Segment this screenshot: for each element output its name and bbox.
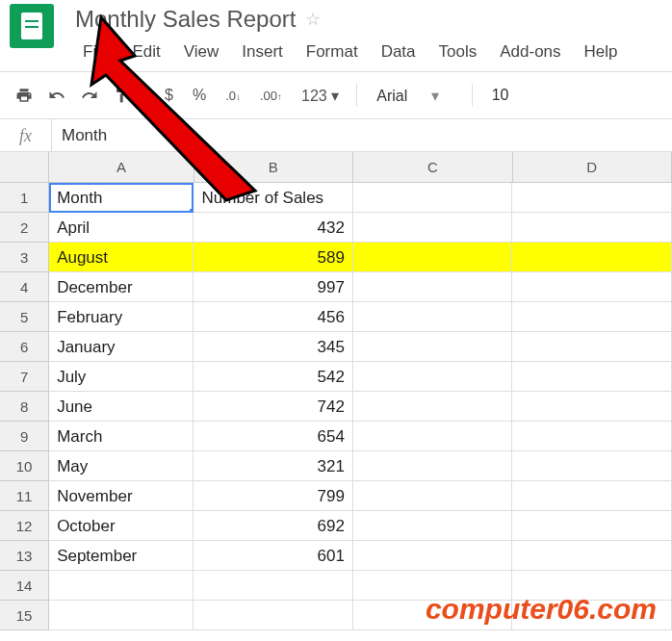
cell[interactable]: December bbox=[49, 272, 194, 302]
cell[interactable] bbox=[512, 451, 672, 481]
cell[interactable] bbox=[353, 183, 513, 213]
row-header[interactable]: 4 bbox=[0, 272, 49, 302]
cell[interactable] bbox=[194, 601, 353, 630]
cell[interactable]: June bbox=[49, 392, 194, 422]
cell[interactable] bbox=[194, 571, 353, 601]
document-title[interactable]: Monthly Sales Report bbox=[71, 4, 299, 35]
row-header[interactable]: 8 bbox=[0, 392, 49, 422]
font-size-select[interactable]: 10 bbox=[482, 87, 521, 104]
cell[interactable]: 589 bbox=[194, 243, 353, 272]
cell[interactable] bbox=[353, 481, 513, 511]
menu-format[interactable]: Format bbox=[295, 38, 370, 65]
column-header-a[interactable]: A bbox=[49, 152, 194, 183]
row-header[interactable]: 1 bbox=[0, 183, 49, 213]
more-formats-button[interactable]: 123 ▾ bbox=[294, 87, 347, 105]
undo-icon[interactable] bbox=[42, 81, 71, 110]
cell[interactable] bbox=[353, 302, 513, 332]
row-header[interactable]: 7 bbox=[0, 362, 49, 392]
cell[interactable]: 742 bbox=[194, 392, 353, 422]
cell[interactable] bbox=[353, 213, 513, 243]
cell[interactable] bbox=[353, 422, 513, 451]
menu-tools[interactable]: Tools bbox=[427, 38, 489, 65]
increase-decimal-button[interactable]: .00↑ bbox=[252, 89, 290, 103]
cell[interactable] bbox=[512, 272, 672, 302]
row-header[interactable]: 15 bbox=[0, 601, 49, 630]
menu-addons[interactable]: Add-ons bbox=[488, 38, 572, 65]
cell[interactable]: February bbox=[49, 302, 194, 332]
percent-button[interactable]: % bbox=[185, 87, 214, 104]
cell[interactable]: Month bbox=[49, 183, 194, 213]
print-icon[interactable] bbox=[10, 81, 39, 110]
row-header[interactable]: 12 bbox=[0, 511, 49, 541]
menu-file[interactable]: File bbox=[71, 38, 120, 65]
cell[interactable] bbox=[353, 243, 513, 272]
cell[interactable]: 601 bbox=[194, 541, 353, 571]
cell[interactable]: 997 bbox=[194, 272, 353, 302]
cell[interactable] bbox=[512, 213, 672, 243]
menu-edit[interactable]: Edit bbox=[120, 38, 171, 65]
redo-icon[interactable] bbox=[75, 81, 104, 110]
cell[interactable]: November bbox=[49, 481, 194, 511]
paint-format-icon[interactable] bbox=[108, 81, 137, 110]
currency-button[interactable]: $ bbox=[157, 87, 181, 104]
cell[interactable] bbox=[512, 392, 672, 422]
cell[interactable]: March bbox=[49, 422, 194, 451]
cell[interactable]: September bbox=[49, 541, 194, 571]
cell[interactable]: May bbox=[49, 451, 194, 481]
column-header-d[interactable]: D bbox=[513, 152, 672, 183]
row-header[interactable]: 9 bbox=[0, 422, 49, 451]
row-header[interactable]: 11 bbox=[0, 481, 49, 511]
cell[interactable] bbox=[353, 392, 513, 422]
cell[interactable]: 654 bbox=[194, 422, 353, 451]
menu-insert[interactable]: Insert bbox=[230, 38, 295, 65]
cell[interactable]: January bbox=[49, 332, 194, 362]
cell[interactable] bbox=[512, 332, 672, 362]
sheets-logo[interactable] bbox=[10, 4, 54, 48]
cell[interactable] bbox=[353, 362, 513, 392]
menu-view[interactable]: View bbox=[172, 38, 231, 65]
column-header-c[interactable]: C bbox=[353, 152, 512, 183]
row-header[interactable]: 6 bbox=[0, 332, 49, 362]
cell[interactable] bbox=[512, 511, 672, 541]
cell[interactable]: August bbox=[49, 243, 194, 272]
menu-data[interactable]: Data bbox=[370, 38, 427, 65]
cell[interactable]: 692 bbox=[194, 511, 353, 541]
formula-input[interactable] bbox=[52, 126, 672, 145]
row-header[interactable]: 2 bbox=[0, 213, 49, 243]
cell[interactable] bbox=[512, 362, 672, 392]
cell[interactable] bbox=[49, 571, 194, 601]
row-header[interactable]: 5 bbox=[0, 302, 49, 332]
cell[interactable] bbox=[512, 243, 672, 272]
cell[interactable] bbox=[512, 481, 672, 511]
row-header[interactable]: 13 bbox=[0, 541, 49, 571]
decrease-decimal-button[interactable]: .0↓ bbox=[218, 89, 248, 103]
cell[interactable] bbox=[512, 302, 672, 332]
row-header[interactable]: 3 bbox=[0, 243, 49, 272]
cell[interactable]: 542 bbox=[194, 362, 353, 392]
cell[interactable] bbox=[49, 601, 194, 630]
cell[interactable] bbox=[353, 272, 513, 302]
cell[interactable] bbox=[512, 183, 672, 213]
star-icon[interactable]: ☆ bbox=[305, 9, 321, 30]
row-header[interactable]: 14 bbox=[0, 571, 49, 601]
column-header-b[interactable]: B bbox=[194, 152, 353, 183]
cell[interactable]: 321 bbox=[194, 451, 353, 481]
row-header[interactable]: 10 bbox=[0, 451, 49, 481]
cell[interactable] bbox=[353, 332, 513, 362]
cell[interactable] bbox=[512, 541, 672, 571]
cell[interactable]: 432 bbox=[194, 213, 353, 243]
cell[interactable]: Number of Sales bbox=[194, 183, 353, 213]
cell[interactable]: July bbox=[49, 362, 194, 392]
cell[interactable]: April bbox=[49, 213, 194, 243]
cell[interactable] bbox=[353, 511, 513, 541]
menu-help[interactable]: Help bbox=[573, 38, 630, 65]
cell[interactable] bbox=[353, 451, 513, 481]
cell[interactable]: October bbox=[49, 511, 194, 541]
cell[interactable]: 345 bbox=[194, 332, 353, 362]
cell[interactable] bbox=[353, 541, 513, 571]
select-all-corner[interactable] bbox=[0, 152, 49, 183]
cell[interactable] bbox=[512, 422, 672, 451]
font-family-select[interactable]: Arial ▾ bbox=[367, 87, 461, 105]
cell[interactable]: 456 bbox=[194, 302, 353, 332]
cell[interactable]: 799 bbox=[194, 481, 353, 511]
